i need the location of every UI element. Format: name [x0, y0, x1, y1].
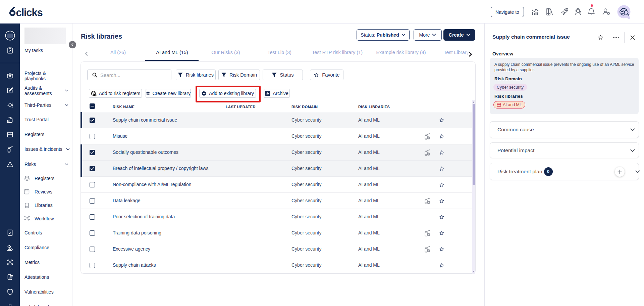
svg-text:clicks: clicks: [16, 7, 43, 18]
